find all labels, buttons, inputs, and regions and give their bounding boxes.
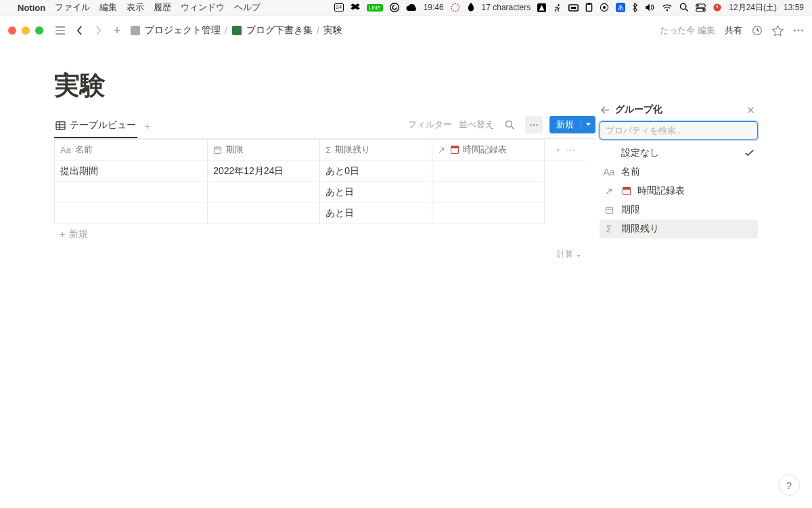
property-search-input[interactable] bbox=[600, 121, 758, 140]
status-dot-icon[interactable] bbox=[713, 3, 722, 12]
share-button[interactable]: 共有 bbox=[725, 24, 742, 37]
menubar-item-file[interactable]: ファイル bbox=[55, 1, 90, 14]
svg-point-13 bbox=[697, 5, 699, 7]
menubar-item-window[interactable]: ウィンドウ bbox=[181, 1, 225, 14]
search-db-icon[interactable] bbox=[501, 116, 518, 133]
cell-time[interactable] bbox=[432, 161, 545, 182]
new-record-button[interactable]: 新規 bbox=[549, 116, 595, 133]
cell-name[interactable] bbox=[55, 203, 208, 224]
group-option[interactable]: Σ期限残り bbox=[600, 219, 758, 238]
help-button[interactable]: ? bbox=[778, 474, 800, 496]
new-tab-icon[interactable]: + bbox=[111, 24, 123, 37]
crumb-project[interactable]: プロジェクト管理 bbox=[145, 24, 221, 37]
sort-button[interactable]: 並べ替え bbox=[459, 119, 494, 131]
close-window-icon[interactable] bbox=[8, 26, 16, 35]
menubar-clock[interactable]: 13:59 bbox=[784, 3, 804, 12]
group-by-panel: グループ化 設定なしAa名前↗時間記録表期限Σ期限残り bbox=[600, 101, 758, 260]
menubar-item-view[interactable]: 表示 bbox=[127, 1, 144, 14]
panel-title: グループ化 bbox=[615, 104, 662, 116]
favorite-icon[interactable] bbox=[772, 25, 784, 36]
view-tab-table[interactable]: テーブルビュー bbox=[54, 115, 137, 138]
database-table: Aa名前 期限 Σ期限残り ↗時間記録表 +⋯ 提出期間2022年12月24日あ… bbox=[54, 139, 585, 224]
volume-icon[interactable] bbox=[645, 3, 655, 12]
cell-time[interactable] bbox=[432, 203, 545, 224]
group-option[interactable]: Aa名前 bbox=[600, 163, 758, 182]
ime-icon[interactable]: あ bbox=[616, 3, 625, 12]
fullscreen-window-icon[interactable] bbox=[35, 26, 43, 35]
table-row[interactable]: 提出期間2022年12月24日あと0日 bbox=[55, 161, 586, 182]
page-title[interactable]: 実験 bbox=[54, 68, 595, 103]
date-prop-icon bbox=[213, 146, 222, 154]
crumb-blog[interactable]: ブログ下書き集 bbox=[246, 24, 313, 37]
minimize-window-icon[interactable] bbox=[22, 26, 30, 35]
cell-remain[interactable]: あと日 bbox=[320, 203, 432, 224]
add-view-icon[interactable]: + bbox=[144, 121, 150, 133]
crumb-icon-project bbox=[130, 25, 141, 36]
menubar-item-history[interactable]: 履歴 bbox=[154, 1, 171, 14]
group-option[interactable]: 期限 bbox=[600, 200, 758, 219]
group-option[interactable]: ↗時間記録表 bbox=[600, 182, 758, 200]
back-icon[interactable] bbox=[73, 24, 85, 37]
table-row[interactable]: あと日 bbox=[55, 203, 586, 224]
spotlight-icon[interactable] bbox=[679, 3, 689, 12]
more-icon[interactable] bbox=[793, 29, 804, 32]
running-icon[interactable] bbox=[553, 3, 562, 12]
th-name[interactable]: Aa名前 bbox=[55, 140, 208, 161]
cell-name[interactable]: 提出期間 bbox=[55, 161, 208, 182]
panel-back-icon[interactable] bbox=[601, 106, 610, 114]
clipboard-icon[interactable] bbox=[585, 3, 593, 12]
dropbox-icon[interactable] bbox=[351, 3, 360, 12]
add-property-icon[interactable]: + bbox=[556, 145, 561, 155]
calendar-emoji-icon bbox=[623, 187, 631, 195]
leaf-icon[interactable] bbox=[467, 3, 475, 12]
edit-status: たった今 編集 bbox=[660, 24, 715, 37]
th-remain[interactable]: Σ期限残り bbox=[320, 140, 432, 161]
triangle-icon[interactable] bbox=[537, 3, 546, 12]
menubar-app-name[interactable]: Notion bbox=[18, 3, 45, 13]
menubar-item-help[interactable]: ヘルプ bbox=[234, 1, 261, 14]
group-option[interactable]: 設定なし bbox=[600, 144, 758, 163]
th-time[interactable]: ↗時間記録表 bbox=[432, 140, 545, 161]
view-options-icon[interactable] bbox=[525, 116, 543, 133]
timer-off-icon[interactable] bbox=[451, 3, 460, 12]
cloud-icon[interactable] bbox=[406, 4, 417, 11]
char-count[interactable]: 17 characters bbox=[482, 3, 531, 12]
cell-remain[interactable]: あと0日 bbox=[320, 161, 432, 182]
cell-date[interactable]: 2022年12月24日 bbox=[208, 161, 320, 182]
menubar-item-edit[interactable]: 編集 bbox=[99, 1, 117, 14]
cell-remain[interactable]: あと日 bbox=[320, 182, 432, 203]
cell-name[interactable] bbox=[55, 182, 208, 203]
formula-prop-icon: Σ bbox=[325, 145, 331, 155]
filter-button[interactable]: フィルター bbox=[408, 119, 452, 131]
menubar-timer[interactable]: 19:46 bbox=[424, 3, 444, 12]
sidebar-toggle-icon[interactable] bbox=[54, 24, 66, 37]
property-menu-icon[interactable]: ⋯ bbox=[566, 145, 575, 155]
line-icon[interactable]: LINE bbox=[367, 4, 383, 12]
panel-close-icon[interactable] bbox=[744, 104, 757, 116]
menubar-date[interactable]: 12月24日(土) bbox=[729, 2, 777, 14]
record-icon[interactable] bbox=[600, 3, 609, 12]
fantastical-icon[interactable]: 24 bbox=[334, 3, 344, 12]
th-date[interactable]: 期限 bbox=[208, 140, 320, 161]
forward-icon[interactable] bbox=[92, 24, 104, 37]
crumb-icon-blog bbox=[231, 25, 242, 36]
crumb-sep: / bbox=[225, 25, 227, 36]
rectangle-icon[interactable] bbox=[568, 4, 579, 12]
grammarly-icon[interactable] bbox=[390, 3, 399, 12]
date-prop-icon bbox=[604, 206, 614, 215]
crumb-current[interactable]: 実験 bbox=[323, 24, 342, 37]
formula-prop-icon: Σ bbox=[604, 224, 614, 234]
cell-time[interactable] bbox=[432, 182, 545, 203]
calendar-emoji-icon bbox=[451, 146, 459, 154]
title-prop-icon: Aa bbox=[60, 145, 71, 155]
control-center-icon[interactable] bbox=[696, 3, 706, 12]
calculations-row[interactable]: 計算 ⌄ bbox=[54, 245, 595, 260]
new-record-chevron-icon[interactable] bbox=[581, 120, 595, 129]
table-row[interactable]: あと日 bbox=[55, 182, 586, 203]
new-row-button[interactable]: +新規 bbox=[54, 224, 595, 245]
cell-date[interactable] bbox=[208, 182, 320, 203]
bluetooth-icon[interactable] bbox=[632, 3, 638, 12]
updates-icon[interactable] bbox=[752, 25, 763, 36]
cell-date[interactable] bbox=[208, 203, 320, 224]
wifi-icon[interactable] bbox=[662, 4, 673, 12]
